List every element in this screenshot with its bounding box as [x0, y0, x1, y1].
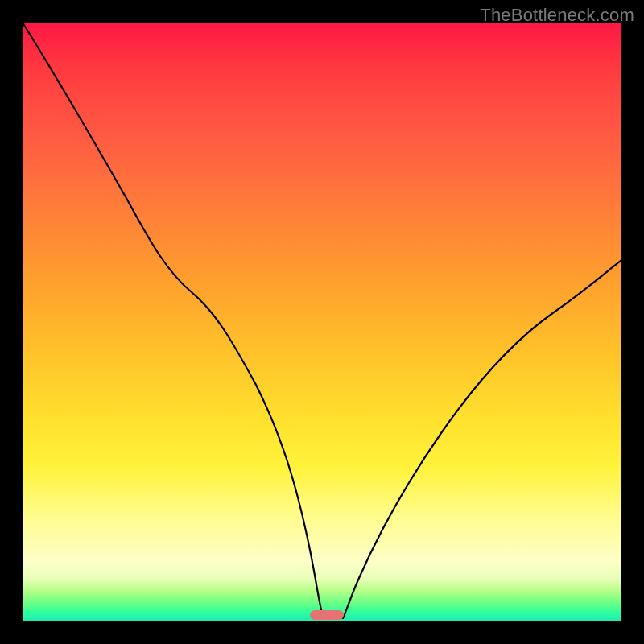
watermark-text: TheBottleneck.com: [480, 5, 634, 26]
chart-frame: TheBottleneck.com: [0, 0, 644, 644]
plot-area: [23, 23, 621, 621]
bottleneck-curve: [23, 23, 621, 621]
curve-path: [23, 23, 621, 618]
optimal-marker: [310, 610, 344, 620]
